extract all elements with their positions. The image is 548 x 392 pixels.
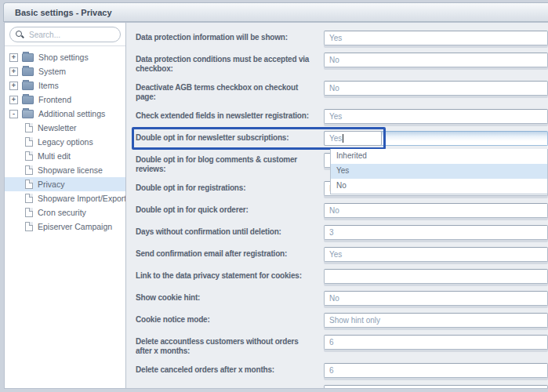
cookie-notice-mode-field[interactable]: Show hint only <box>324 313 548 328</box>
text-caret <box>343 134 343 143</box>
search-input[interactable] <box>29 31 115 39</box>
field-label: Delete canceled orders after x months: <box>136 363 316 375</box>
tree-item-label: System <box>38 67 66 76</box>
show-cookie-hint-field[interactable]: No <box>324 291 548 306</box>
settings-tree: + Shop settings + System + Items + Front… <box>5 46 125 234</box>
field-label: Cookie notice mode: <box>136 313 316 325</box>
page-icon <box>25 194 33 203</box>
tree-item-shopware-license[interactable]: Shopware license <box>5 163 125 177</box>
form-row: Show cookie hint: No <box>136 291 548 306</box>
form-row: Check extended fields in newsletter regi… <box>136 109 548 124</box>
delete-accountless-customers-field[interactable]: 6 <box>324 335 548 350</box>
field-label: Link to the data privacy statement for c… <box>136 269 316 281</box>
field-label: Data protection conditions must be accep… <box>136 53 316 74</box>
tree-item-system[interactable]: + System <box>5 64 125 78</box>
page-icon <box>25 208 33 217</box>
tree-item-privacy[interactable]: Privacy <box>5 177 125 191</box>
expand-icon[interactable]: + <box>9 96 18 104</box>
form-row: Double opt in for quick orderer: No <box>136 203 548 218</box>
window-title: Basic settings - Privacy <box>15 8 112 17</box>
tree-item-shop-settings[interactable]: + Shop settings <box>5 50 125 64</box>
tree-item-label: Items <box>38 81 59 90</box>
collapse-icon[interactable]: - <box>9 110 18 118</box>
tree-item-legacy-options[interactable]: Legacy options <box>5 135 125 149</box>
folder-icon <box>22 67 34 76</box>
expand-icon[interactable]: + <box>9 82 18 90</box>
tree-item-label: Shopware Import/Export <box>38 194 126 203</box>
open-folder-icon <box>22 110 34 118</box>
form-row: Deactivate AGB terms checkbox on checkou… <box>136 81 548 102</box>
dropdown-option-no[interactable]: No <box>331 179 547 194</box>
privacy-settings-form: Data protection information will be show… <box>126 22 548 389</box>
send-confirmation-email-field[interactable]: Yes <box>324 247 548 262</box>
field-label: Check extended fields in newsletter regi… <box>136 109 316 121</box>
field-label: Double opt in for registrations: <box>136 181 316 193</box>
tree-item-label: Newsletter <box>38 123 77 132</box>
tree-item-newsletter[interactable]: Newsletter <box>5 121 125 135</box>
form-row: Send confirmation email after registrati… <box>136 247 548 262</box>
form-row-highlighted: Double opt in for newsletter subscriptio… <box>136 131 548 146</box>
form-row: Anonymize customer IPs: Yes <box>136 385 548 389</box>
form-row: Delete canceled orders after x months: 6 <box>136 363 548 378</box>
double-opt-in-quick-orderer-field[interactable]: No <box>324 203 548 218</box>
dropdown-option-yes[interactable]: Yes <box>331 164 547 179</box>
search-box[interactable] <box>9 27 121 42</box>
search-area <box>5 23 125 46</box>
page-icon <box>25 180 33 189</box>
field-label: Deactivate AGB terms checkbox on checkou… <box>136 81 316 102</box>
page-icon <box>25 222 33 231</box>
window-titlebar[interactable]: Basic settings - Privacy <box>3 2 548 22</box>
form-row: Data protection information will be show… <box>136 31 548 45</box>
form-row: Link to the data privacy statement for c… <box>136 269 548 284</box>
dropdown-option-inherited[interactable]: Inherited <box>331 149 547 164</box>
field-label: Send confirmation email after registrati… <box>136 247 316 259</box>
conditions-checkbox-field[interactable]: No <box>324 53 548 67</box>
tree-item-label: Shopware license <box>38 165 103 175</box>
field-label: Show cookie hint: <box>136 291 316 303</box>
folder-icon <box>22 82 34 90</box>
delete-canceled-orders-field[interactable]: 6 <box>324 363 548 378</box>
field-label: Days without confirmation until deletion… <box>136 225 316 237</box>
tree-item-multi-edit[interactable]: Multi edit <box>5 149 125 163</box>
form-row: Delete accountless customers without ord… <box>136 335 548 356</box>
tree-item-cron-security[interactable]: Cron security <box>5 205 125 220</box>
data-protection-shown-field[interactable]: Yes <box>324 31 548 45</box>
tree-item-episerver-campaign[interactable]: Episerver Campaign <box>5 220 125 234</box>
expand-icon[interactable]: + <box>9 67 18 76</box>
page-icon <box>25 151 33 161</box>
folder-icon <box>22 96 34 104</box>
field-label: Anonymize customer IPs: <box>136 385 316 389</box>
field-label: Double opt in for newsletter subscriptio… <box>136 131 316 143</box>
tree-item-label: Frontend <box>38 95 71 104</box>
page-icon <box>25 165 33 175</box>
tree-item-label: Privacy <box>38 180 64 189</box>
search-icon <box>16 31 22 37</box>
tree-item-frontend[interactable]: + Frontend <box>5 93 125 107</box>
field-label: Double opt in for quick orderer: <box>136 203 316 215</box>
check-extended-fields-field[interactable]: Yes <box>324 109 548 124</box>
field-label: Double opt in for blog comments & custom… <box>136 153 316 174</box>
privacy-statement-link-field[interactable] <box>324 269 548 284</box>
days-until-deletion-field[interactable]: 3 <box>324 225 548 240</box>
tree-item-label: Legacy options <box>38 137 93 147</box>
form-row: Cookie notice mode: Show hint only <box>136 313 548 328</box>
tree-item-additional-settings[interactable]: - Additional settings <box>5 107 125 121</box>
tree-item-label: Episerver Campaign <box>38 222 112 231</box>
field-label: Data protection information will be show… <box>136 31 316 42</box>
page-icon <box>25 123 33 132</box>
page-icon <box>25 137 33 147</box>
tree-item-items[interactable]: + Items <box>5 78 125 93</box>
deactivate-agb-field[interactable]: No <box>324 81 548 96</box>
tree-item-label: Multi edit <box>38 151 71 161</box>
field-label: Delete accountless customers without ord… <box>136 335 316 356</box>
tree-item-shopware-import-export[interactable]: Shopware Import/Export <box>5 191 125 205</box>
folder-icon <box>22 53 34 62</box>
expand-icon[interactable]: + <box>9 53 18 62</box>
tree-item-label: Shop settings <box>38 53 89 62</box>
tree-item-label: Cron security <box>38 208 86 217</box>
form-row: Days without confirmation until deletion… <box>136 225 548 240</box>
anonymize-customer-ips-field[interactable]: Yes <box>324 385 548 389</box>
settings-tree-panel: + Shop settings + System + Items + Front… <box>4 22 126 389</box>
tree-item-label: Additional settings <box>38 109 105 118</box>
double-opt-in-newsletter-input[interactable]: Yes <box>324 131 382 146</box>
